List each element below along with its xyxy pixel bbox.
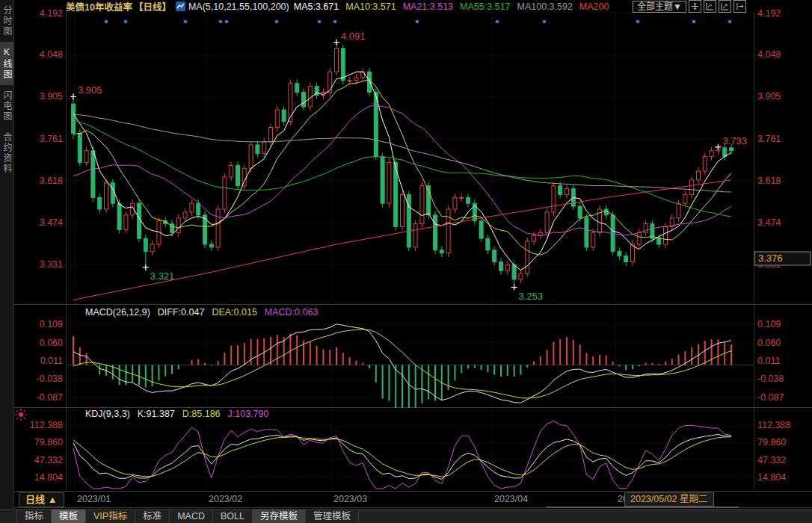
svg-text:0.109: 0.109: [40, 319, 63, 329]
svg-text:3.321: 3.321: [150, 270, 175, 282]
sidebar-item-flash[interactable]: 闪电图: [0, 85, 13, 127]
month-label: 2023/01: [77, 494, 111, 504]
crosshair-date-label: 2023/05/02 星期二: [624, 492, 714, 507]
macd-dea-value: DEA:0.015: [212, 307, 256, 318]
kdj-j-value: J:103.790: [228, 409, 269, 419]
trading-app: 3.9053.3214.0913.2533.7334.1924.1924.048…: [0, 0, 812, 523]
svg-text:3.376: 3.376: [758, 253, 783, 264]
svg-text:4.048: 4.048: [757, 49, 781, 60]
svg-text:3.733: 3.733: [722, 135, 747, 146]
kline-chart-canvas[interactable]: 3.9053.3214.0913.2533.7334.1924.1924.048…: [0, 0, 812, 523]
zoom-area-icon[interactable]: [704, 0, 716, 13]
kdj-pane-header: KDJ(9,3,3) K:91.387 D:85.186 J:103.790: [85, 408, 268, 420]
sidebar-item-contract-info[interactable]: 合约资料: [0, 127, 13, 179]
svg-text:79.860: 79.860: [757, 437, 786, 448]
chart-scrollbar[interactable]: [546, 507, 739, 508]
kdj-j-line: [73, 421, 731, 489]
crosshair-tool-icon[interactable]: [689, 0, 701, 13]
macd-diff-value: DIFF:0.047: [158, 307, 205, 318]
svg-text:0.011: 0.011: [757, 356, 780, 366]
bottom-tab-bar: 指标 模板 VIP指标 标准 MACD BOLL 另存模板 管理模板: [0, 509, 812, 523]
macd-histogram: [73, 334, 731, 408]
svg-text:3.331: 3.331: [40, 259, 63, 270]
month-label: 2023/03: [333, 494, 367, 504]
svg-text:0.060: 0.060: [757, 338, 781, 348]
kdj-d-value: D:85.186: [182, 409, 221, 419]
tab-boll[interactable]: BOLL: [213, 510, 253, 523]
macd-pane-header: MACD(26,12,9) DIFF:0.047 DEA:0.015 MACD:…: [85, 306, 318, 318]
tab-standard[interactable]: 标准: [135, 510, 170, 523]
tab-template[interactable]: 模板: [52, 510, 86, 523]
svg-text:-0.087: -0.087: [757, 392, 784, 403]
ma5-line: [73, 72, 731, 270]
pan-right-icon[interactable]: [733, 0, 746, 13]
svg-text:47.332: 47.332: [757, 455, 786, 465]
svg-text:3.905: 3.905: [40, 91, 63, 102]
ma-group-label: MA(5,10,21,55,100,200): [188, 1, 289, 12]
svg-text:4.091: 4.091: [341, 31, 366, 42]
svg-text:3.474: 3.474: [757, 217, 781, 228]
svg-text:3.618: 3.618: [757, 176, 781, 186]
chart-type-icon: [176, 1, 185, 11]
candles-layer: [72, 43, 733, 288]
macd-macd-value: MACD:0.063: [265, 307, 319, 318]
macd-params: MACD(26,12,9): [85, 307, 150, 318]
svg-text:79.860: 79.860: [34, 437, 63, 448]
tab-save-template[interactable]: 另存模板: [253, 510, 306, 523]
tab-vip-indicator[interactable]: VIP指标: [86, 510, 135, 523]
chart-header: 美债10年收益率 【日线】 MA(5,10,21,55,100,200) MA5…: [13, 0, 812, 13]
ma21-value: MA21:3.513: [403, 1, 453, 12]
theme-select-button[interactable]: 全部主题▼: [633, 1, 686, 13]
ma5-value: MA5:3.671: [294, 1, 339, 12]
left-sidebar: 分时图 K线图 闪电图 合约资料: [0, 0, 14, 523]
svg-text:3.474: 3.474: [40, 217, 63, 228]
kdj-k-value: K:91.387: [138, 409, 175, 419]
svg-text:3.761: 3.761: [40, 134, 63, 144]
svg-text:3.905: 3.905: [757, 91, 781, 102]
month-label: 2023/04: [494, 494, 528, 504]
kdj-params: KDJ(9,3,3): [85, 409, 130, 419]
ma10-value: MA10:3.571: [345, 1, 396, 12]
svg-text:-0.087: -0.087: [37, 392, 63, 403]
svg-text:3.905: 3.905: [78, 84, 102, 96]
svg-text:14.804: 14.804: [34, 472, 63, 483]
ma200-value: MA200: [579, 1, 609, 12]
svg-text:-0.038: -0.038: [757, 374, 784, 384]
month-label: 2023/02: [209, 494, 242, 504]
svg-text:3.618: 3.618: [40, 176, 63, 186]
time-axis-row: 日线 ▲ 2023/012023/022023/032023/042023/05…: [13, 491, 812, 508]
ma100-value: MA100:3.592: [517, 1, 572, 12]
sidebar-item-kline[interactable]: K线图: [0, 42, 13, 85]
ma100-line: [73, 114, 731, 192]
svg-text:3.253: 3.253: [519, 291, 544, 302]
tab-indicator[interactable]: 指标: [16, 510, 52, 523]
svg-text:47.332: 47.332: [34, 455, 63, 465]
svg-text:0.011: 0.011: [40, 356, 63, 366]
tab-macd[interactable]: MACD: [170, 510, 213, 523]
axis-scale-icon[interactable]: [719, 0, 731, 13]
svg-text:4.048: 4.048: [40, 49, 63, 60]
period-selector[interactable]: 日线 ▲: [19, 492, 64, 507]
sidebar-item-timeshare[interactable]: 分时图: [0, 0, 13, 42]
kdj-d-line: [73, 437, 731, 477]
svg-text:0.109: 0.109: [757, 319, 781, 329]
tab-manage-template[interactable]: 管理模板: [306, 510, 359, 523]
svg-text:-0.038: -0.038: [37, 374, 63, 384]
svg-text:112.388: 112.388: [757, 420, 790, 430]
svg-text:14.804: 14.804: [757, 472, 786, 483]
svg-text:0.060: 0.060: [40, 338, 63, 348]
event-markers: [105, 20, 732, 24]
ma55-value: MA55:3.517: [460, 1, 510, 12]
svg-text:112.388: 112.388: [30, 420, 63, 430]
instrument-title: 美债10年收益率: [66, 0, 132, 13]
period-tag: 【日线】: [134, 0, 171, 13]
alert-dot-icon: [14, 408, 28, 424]
svg-text:3.761: 3.761: [757, 134, 781, 144]
